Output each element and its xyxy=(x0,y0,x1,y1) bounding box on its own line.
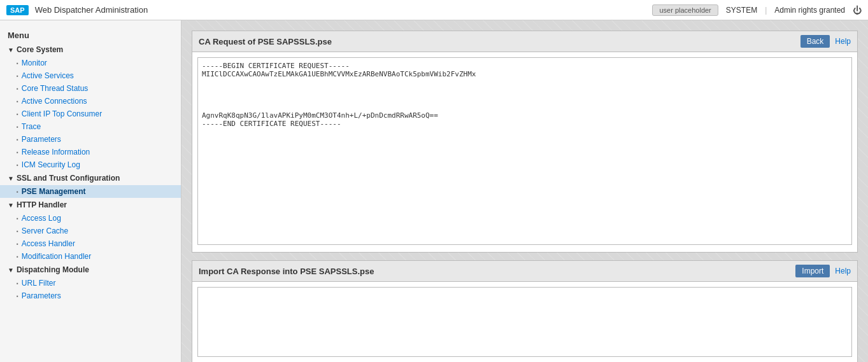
ca-request-panel-title: CA Request of PSE SAPSSLS.pse xyxy=(199,37,332,46)
sidebar-item-label: Parameters xyxy=(22,291,61,300)
dispatching-module-label: Dispatching Module xyxy=(17,265,89,274)
sidebar-item-parameters[interactable]: Parameters xyxy=(0,133,181,146)
sidebar-item-active-services[interactable]: Active Services xyxy=(0,69,181,82)
sidebar-item-monitor[interactable]: Monitor xyxy=(0,57,181,69)
sidebar-item-label: URL Filter xyxy=(22,279,56,288)
sidebar-item-label: Access Handler xyxy=(22,239,75,248)
menu-label: Menu xyxy=(0,27,181,43)
sidebar-item-label: Client IP Top Consumer xyxy=(22,109,102,118)
sidebar-item-label: Active Services xyxy=(22,71,74,80)
sidebar-section-core-system[interactable]: ▼ Core System xyxy=(0,43,181,57)
admin-rights-label: Admin rights granted xyxy=(774,6,845,15)
ca-request-panel-header: CA Request of PSE SAPSSLS.pse Back Help xyxy=(192,31,857,52)
topbar-right: user placeholder SYSTEM | Admin rights g… xyxy=(652,4,862,16)
sidebar-item-label: Release Information xyxy=(22,148,90,157)
sidebar-section-dispatching-module[interactable]: ▼ Dispatching Module xyxy=(0,263,181,277)
content-area: CA Request of PSE SAPSSLS.pse Back Help … xyxy=(181,20,868,362)
sidebar-item-label: Server Cache xyxy=(22,226,68,235)
app-title: Web Dispatcher Administration xyxy=(35,5,148,15)
sidebar-item-core-thread-status[interactable]: Core Thread Status xyxy=(0,82,181,95)
sidebar-section-http-handler[interactable]: ▼ HTTP Handler xyxy=(0,198,181,212)
import-ca-response-panel: Import CA Response into PSE SAPSSLS.pse … xyxy=(192,260,858,362)
ca-request-panel-body: -----BEGIN CERTIFICATE REQUEST----- MIIC… xyxy=(192,52,857,252)
sidebar-item-server-cache[interactable]: Server Cache xyxy=(0,225,181,237)
sidebar-item-label: Active Connections xyxy=(22,97,87,106)
divider: | xyxy=(765,6,767,15)
http-handler-label: HTTP Handler xyxy=(17,200,67,209)
sidebar-item-client-ip-top-consumer[interactable]: Client IP Top Consumer xyxy=(0,108,181,120)
ca-request-actions: Back Help xyxy=(800,35,851,48)
import-response-textarea[interactable] xyxy=(197,287,852,357)
sidebar-item-icm-security-log[interactable]: ICM Security Log xyxy=(0,158,181,171)
import-button[interactable]: Import xyxy=(795,265,830,277)
user-box: user placeholder xyxy=(652,4,718,16)
ca-request-help-link[interactable]: Help xyxy=(835,37,851,46)
sidebar-item-label: Monitor xyxy=(22,59,47,67)
import-panel-title: Import CA Response into PSE SAPSSLS.pse xyxy=(199,267,374,276)
chevron-down-icon: ▼ xyxy=(8,46,14,53)
sidebar-item-label: ICM Security Log xyxy=(22,160,80,169)
main-layout: Menu ▼ Core System Monitor Active Servic… xyxy=(0,20,868,362)
sidebar-item-parameters-dm[interactable]: Parameters xyxy=(0,289,181,302)
sidebar-item-access-log[interactable]: Access Log xyxy=(0,212,181,225)
back-button[interactable]: Back xyxy=(800,35,830,48)
sidebar-item-label: Core Thread Status xyxy=(22,84,89,93)
chevron-down-icon: ▼ xyxy=(8,175,14,182)
sidebar-item-label: Parameters xyxy=(22,135,61,144)
system-label: SYSTEM xyxy=(726,6,757,15)
topbar-left: SAP Web Dispatcher Administration xyxy=(6,5,148,15)
sidebar-item-url-filter[interactable]: URL Filter xyxy=(0,277,181,289)
sidebar-item-trace[interactable]: Trace xyxy=(0,120,181,133)
ca-request-panel: CA Request of PSE SAPSSLS.pse Back Help … xyxy=(192,31,858,253)
sidebar-item-label: Trace xyxy=(22,122,41,131)
ssl-trust-label: SSL and Trust Configuration xyxy=(17,174,120,183)
sidebar-item-access-handler[interactable]: Access Handler xyxy=(0,237,181,250)
sidebar-item-release-information[interactable]: Release Information xyxy=(0,146,181,158)
sidebar-item-label: PSE Management xyxy=(22,187,86,196)
sidebar: Menu ▼ Core System Monitor Active Servic… xyxy=(0,20,181,362)
sidebar-item-active-connections[interactable]: Active Connections xyxy=(0,95,181,108)
sidebar-item-label: Modification Handler xyxy=(22,252,91,261)
import-panel-actions: Import Help xyxy=(795,265,851,277)
sap-logo: SAP xyxy=(6,5,29,15)
chevron-down-icon: ▼ xyxy=(8,202,14,209)
core-system-label: Core System xyxy=(17,45,63,54)
cert-request-textarea[interactable]: -----BEGIN CERTIFICATE REQUEST----- MIIC… xyxy=(197,57,852,245)
sidebar-item-pse-management[interactable]: PSE Management xyxy=(0,185,181,198)
chevron-down-icon: ▼ xyxy=(8,267,14,274)
sidebar-item-modification-handler[interactable]: Modification Handler xyxy=(0,250,181,263)
sidebar-section-ssl-trust[interactable]: ▼ SSL and Trust Configuration xyxy=(0,171,181,185)
import-panel-body xyxy=(192,282,857,362)
power-icon[interactable]: ⏻ xyxy=(853,5,862,15)
import-panel-header: Import CA Response into PSE SAPSSLS.pse … xyxy=(192,261,857,282)
top-bar: SAP Web Dispatcher Administration user p… xyxy=(0,0,868,20)
import-help-link[interactable]: Help xyxy=(835,267,851,275)
sidebar-item-label: Access Log xyxy=(22,214,61,223)
